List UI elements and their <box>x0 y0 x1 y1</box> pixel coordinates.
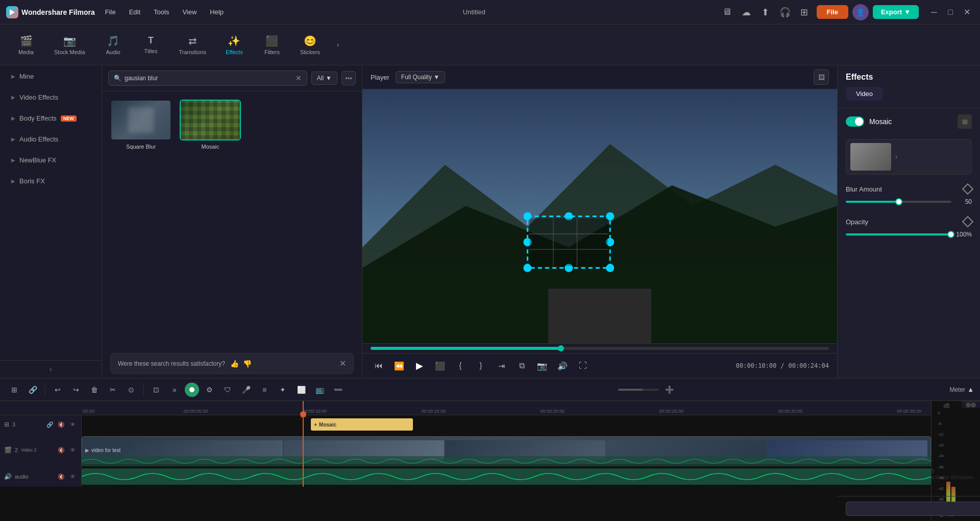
quality-select[interactable]: Full Quality ▼ <box>396 71 445 83</box>
mark-in-button[interactable]: { <box>452 358 469 374</box>
loop-button[interactable]: ⬛ <box>432 358 448 374</box>
minimize-button[interactable]: ─ <box>927 5 941 19</box>
search-clear-button[interactable]: ✕ <box>296 74 302 82</box>
blur-slider-thumb[interactable] <box>895 198 902 205</box>
purchase-button[interactable]: File <box>817 5 848 19</box>
player-view-toggle[interactable]: 🖼 <box>814 69 829 85</box>
timeline-sort-button[interactable]: ≡ <box>256 382 273 398</box>
skip-back-button[interactable]: ⏮ <box>371 358 387 374</box>
preview-expand-icon[interactable]: › <box>895 153 897 160</box>
effect-toggle[interactable] <box>846 116 864 127</box>
timeline-overlay-button[interactable]: ⬜ <box>293 382 309 398</box>
maximize-button[interactable]: □ <box>943 5 958 19</box>
effect-square-blur[interactable]: Square Blur <box>110 100 172 150</box>
opacity-slider-thumb[interactable] <box>947 231 954 238</box>
crop-button[interactable]: ⧉ <box>513 358 530 374</box>
satisfaction-close-button[interactable]: ✕ <box>339 359 346 368</box>
progress-bar[interactable] <box>371 347 829 350</box>
snapshot-button[interactable]: 📷 <box>534 358 550 374</box>
scroll-right-handle[interactable] <box>971 402 976 408</box>
timeline-cut-button[interactable]: ✂ <box>105 382 121 398</box>
upload-icon[interactable]: ⬆ <box>757 4 774 20</box>
avatar[interactable]: 👤 <box>852 4 869 20</box>
effects-search-input[interactable] <box>125 75 292 82</box>
video-eye-button[interactable]: 👁 <box>68 445 77 455</box>
grid-icon[interactable]: ⊞ <box>796 4 813 20</box>
fullscreen-button[interactable]: ⛶ <box>575 358 591 374</box>
close-button[interactable]: ✕ <box>960 5 974 19</box>
timeline-record-button[interactable] <box>185 383 199 397</box>
timeline-magnet-button[interactable]: 🔗 <box>24 382 41 398</box>
blur-slider-track[interactable] <box>846 201 951 203</box>
mark-out-button[interactable]: } <box>473 358 489 374</box>
headphone-icon[interactable]: 🎧 <box>777 4 793 20</box>
effects-more-button[interactable]: ••• <box>341 71 356 85</box>
timeline-add-track-button[interactable]: ⊞ <box>6 382 22 398</box>
effects-search-box[interactable]: 🔍 ✕ <box>108 70 307 86</box>
timeline-connect-button[interactable]: ⊙ <box>123 382 139 398</box>
fx-mute-button[interactable]: 🔇 <box>57 420 66 429</box>
category-boris-fx[interactable]: ▶ Boris FX <box>3 171 99 191</box>
timeline-voice-button[interactable]: 🎤 <box>238 382 254 398</box>
blur-keyframe-diamond[interactable] <box>962 183 974 195</box>
meter-label[interactable]: Meter <box>949 386 965 393</box>
volume-button[interactable]: 🔊 <box>554 358 571 374</box>
more-tools-button[interactable]: › <box>330 37 346 53</box>
opacity-slider-track[interactable] <box>846 233 951 235</box>
effect-mosaic[interactable]: Mosaic <box>180 100 241 150</box>
audio-mute-button[interactable]: 🔇 <box>57 472 66 481</box>
timeline-settings-button[interactable]: ⚙ <box>201 382 217 398</box>
category-newblue-fx[interactable]: ▶ NewBlue FX <box>3 150 99 170</box>
filter-all-button[interactable]: All ▼ <box>311 72 337 85</box>
fx-chain-button[interactable]: 🔗 <box>45 420 55 429</box>
sidebar-collapse-button[interactable]: ‹ <box>0 360 102 378</box>
timeline-badge-button[interactable]: 🛡 <box>219 382 236 398</box>
thumbs-down-button[interactable]: 👎 <box>243 360 252 368</box>
meter-minus36db: -36 <box>938 476 944 480</box>
zoom-slider[interactable] <box>618 389 659 391</box>
menu-edit[interactable]: Edit <box>123 6 146 18</box>
opacity-keyframe-diamond[interactable] <box>962 216 974 228</box>
export-button[interactable]: Export ▼ <box>873 5 919 19</box>
timeline-delete-button[interactable]: 🗑 <box>86 382 103 398</box>
thumbs-up-button[interactable]: 👍 <box>230 360 239 368</box>
step-back-button[interactable]: ⏪ <box>391 358 407 374</box>
category-audio-effects[interactable]: ▶ Audio Effects <box>3 129 99 149</box>
menu-file[interactable]: File <box>99 6 122 18</box>
menu-view[interactable]: View <box>176 6 203 18</box>
scroll-left-handle[interactable] <box>966 402 971 408</box>
timeline-zoom-out-button[interactable]: ➖ <box>330 382 346 398</box>
tool-titles[interactable]: T Titles <box>133 31 169 58</box>
menu-tools[interactable]: Tools <box>148 6 175 18</box>
menu-help[interactable]: Help <box>204 6 230 18</box>
video-tab[interactable]: Video <box>846 87 883 101</box>
timeline-redo-button[interactable]: ↪ <box>68 382 84 398</box>
timeline-crop-button[interactable]: ⊡ <box>148 382 164 398</box>
timeline-screen-button[interactable]: 📺 <box>311 382 328 398</box>
fx-track-icon: ⊞ <box>4 421 9 428</box>
tool-filters[interactable]: ⬛ Filters <box>254 31 290 59</box>
tool-stickers[interactable]: 😊 Stickers <box>292 31 328 59</box>
tool-media[interactable]: 🎬 Media <box>8 31 44 59</box>
tool-stock-media[interactable]: 📷 Stock Media <box>46 31 93 59</box>
category-video-effects[interactable]: ▶ Video Effects <box>3 87 99 107</box>
tool-transitions[interactable]: ⇄ Transitions <box>171 31 214 59</box>
timeline-ai-button[interactable]: ✦ <box>275 382 291 398</box>
split-button[interactable]: ⇥ <box>493 358 509 374</box>
audio-eye-button[interactable]: 👁 <box>68 472 77 481</box>
keyframe-button[interactable]: ⊞ <box>958 114 972 129</box>
video-mute-button[interactable]: 🔇 <box>57 445 66 455</box>
category-body-effects[interactable]: ▶ Body Effects NEW <box>3 108 99 128</box>
timeline-zoom-in-button[interactable]: ➕ <box>661 382 677 398</box>
category-mine[interactable]: ▶ Mine <box>3 66 99 86</box>
quality-label: Full Quality <box>401 74 432 81</box>
fx-eye-button[interactable]: 👁 <box>68 420 77 429</box>
monitor-icon[interactable]: 🖥 <box>719 4 735 20</box>
mosaic-clip[interactable]: + Mosaic <box>311 418 413 431</box>
cloud-icon[interactable]: ☁ <box>738 4 754 20</box>
timeline-undo-button[interactable]: ↩ <box>50 382 66 398</box>
play-button[interactable]: ▶ <box>411 358 428 374</box>
timeline-more-button[interactable]: » <box>166 382 183 398</box>
tool-audio[interactable]: 🎵 Audio <box>95 31 131 59</box>
tool-effects[interactable]: ✨ Effects <box>216 31 252 59</box>
